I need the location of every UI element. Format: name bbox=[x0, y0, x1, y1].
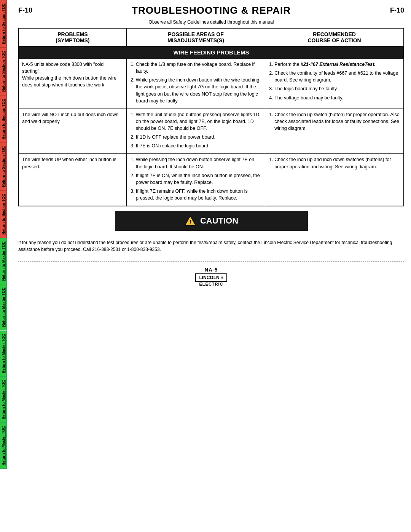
sidebar-left-col: Return to Section TOC Return to Section … bbox=[0, 0, 7, 238]
col-header-possible: POSSIBLE AREAS OF MISADJUSTMENTS(S) bbox=[126, 28, 265, 46]
sidebar-section-toc-2[interactable]: Return to Section TOC bbox=[0, 48, 7, 95]
main-content: F-10 TROUBLESHOOTING & REPAIR F-10 Obser… bbox=[14, 0, 411, 532]
possible-cell-3: While pressing the inch down button obse… bbox=[126, 154, 265, 206]
registered-mark: ® bbox=[221, 276, 223, 280]
sidebar-section-toc-5[interactable]: Return to Section TOC bbox=[0, 190, 7, 238]
problem-text-1: NA-5 units above code 8300 with "cold st… bbox=[22, 61, 123, 89]
svg-text:!: ! bbox=[189, 219, 191, 225]
recommended-text-3: Check the inch up and inch down switches… bbox=[268, 156, 400, 170]
table-row: The wire will NOT inch up but does inch … bbox=[19, 109, 404, 154]
page-number-left: F-10 bbox=[18, 6, 32, 14]
recommended-cell-3: Check the inch up and inch down switches… bbox=[265, 154, 404, 206]
footer-logo: NA-5 LINCOLN ® ELECTRIC bbox=[18, 267, 404, 286]
possible-cell-2: With the unit at idle (no buttons presse… bbox=[126, 109, 265, 154]
table-row: The wire feeds UP when either inch butto… bbox=[19, 154, 404, 206]
possible-cell-1: Check the 1/8 amp fuse on the voltage bo… bbox=[126, 59, 265, 109]
problem-cell-3: The wire feeds UP when either inch butto… bbox=[19, 154, 126, 206]
problem-text-2: The wire will NOT inch up but does inch … bbox=[22, 111, 123, 125]
problem-cell-1: NA-5 units above code 8300 with "cold st… bbox=[19, 59, 126, 109]
electric-label: ELECTRIC bbox=[199, 282, 223, 286]
sidebar-section-toc-1[interactable]: Return to Section TOC bbox=[0, 0, 7, 48]
section-header-cell: WIRE FEEDING PROBLEMS bbox=[19, 46, 404, 59]
section-header-row: WIRE FEEDING PROBLEMS bbox=[19, 46, 404, 59]
main-table: PROBLEMS (SYMPTOMS) POSSIBLE AREAS OF MI… bbox=[18, 28, 404, 206]
table-row: NA-5 units above code 8300 with "cold st… bbox=[19, 59, 404, 109]
warning-triangle-icon: ! bbox=[184, 215, 196, 227]
possible-text-3: While pressing the inch down button obse… bbox=[130, 156, 262, 201]
sidebar: Return to Section TOC Return to Section … bbox=[0, 0, 14, 532]
problem-text-3: The wire feeds UP when either inch butto… bbox=[22, 156, 123, 170]
sidebar-master-toc-5[interactable]: Return to Master TOC bbox=[0, 423, 7, 469]
recommended-cell-2: Check the inch up switch (button) for pr… bbox=[265, 109, 404, 154]
sidebar-master-toc-2[interactable]: Return to Master TOC bbox=[0, 284, 7, 330]
possible-text-2: With the unit at idle (no buttons presse… bbox=[130, 111, 262, 150]
sidebar-section-toc-4[interactable]: Return to Section TOC bbox=[0, 143, 7, 190]
caution-footer: If for any reason you do not understand … bbox=[18, 239, 404, 253]
table-header-row: PROBLEMS (SYMPTOMS) POSSIBLE AREAS OF MI… bbox=[19, 28, 404, 46]
col-header-problems: PROBLEMS (SYMPTOMS) bbox=[19, 28, 126, 46]
caution-triangle-icon: ! bbox=[184, 215, 196, 227]
model-label: NA-5 bbox=[205, 267, 218, 273]
problem-cell-2: The wire will NOT inch up but does inch … bbox=[19, 109, 126, 154]
recommended-text-1: Perform the #21-#67 External ResistanceT… bbox=[268, 61, 400, 101]
recommended-cell-1: Perform the #21-#67 External ResistanceT… bbox=[265, 59, 404, 109]
safety-note: Observe all Safety Guidelines detailed t… bbox=[18, 19, 404, 25]
caution-label: CAUTION bbox=[200, 216, 238, 226]
sidebar-master-toc-3[interactable]: Return to Master TOC bbox=[0, 331, 7, 377]
footer-divider bbox=[18, 261, 404, 262]
col-header-recommended: RECOMMENDED COURSE OF ACTION bbox=[265, 28, 404, 46]
page-title: TROUBLESHOOTING & REPAIR bbox=[32, 5, 390, 16]
recommended-text-2: Check the inch up switch (button) for pr… bbox=[268, 111, 400, 132]
sidebar-right-col: Return to Master TOC Return to Master TO… bbox=[0, 238, 7, 469]
possible-text-1: Check the 1/8 amp fuse on the voltage bo… bbox=[130, 61, 262, 104]
sidebar-master-toc-1[interactable]: Return to Master TOC bbox=[0, 238, 7, 284]
brand-label: LINCOLN bbox=[199, 275, 219, 280]
caution-bar: ! CAUTION bbox=[115, 211, 308, 231]
page-number-right: F-10 bbox=[390, 6, 404, 14]
page-container: Return to Section TOC Return to Section … bbox=[0, 0, 411, 532]
sidebar-master-toc-4[interactable]: Return to Master TOC bbox=[0, 377, 7, 423]
page-header: F-10 TROUBLESHOOTING & REPAIR F-10 bbox=[18, 4, 404, 17]
lincoln-brand-box: LINCOLN ® bbox=[195, 273, 227, 282]
sidebar-section-toc-3[interactable]: Return to Section TOC bbox=[0, 95, 7, 143]
